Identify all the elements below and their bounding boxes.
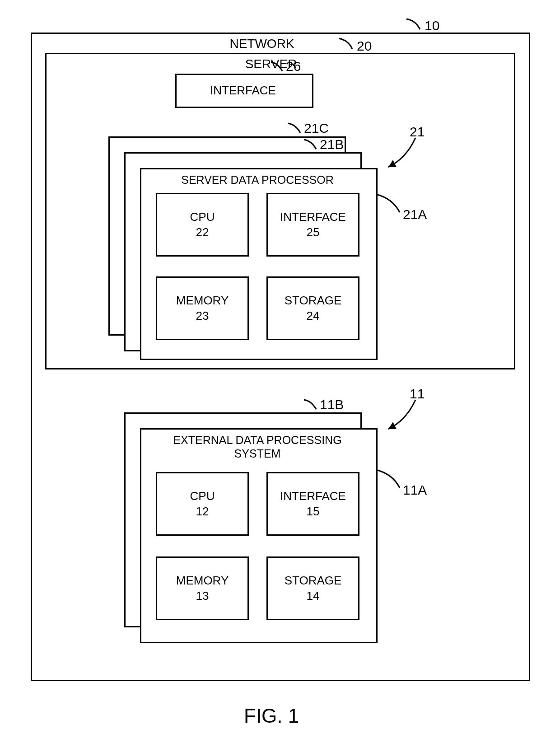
edp-cpu-ref: 12 — [196, 504, 209, 519]
sdp-memory-ref: 23 — [196, 309, 209, 324]
ref-21: 21 — [410, 124, 425, 140]
network-label: NETWORK — [217, 37, 307, 51]
leader-11a — [0, 0, 135, 68]
sdp-storage-label: STORAGE — [285, 293, 342, 309]
edp-memory-ref: 13 — [196, 589, 209, 604]
sdp-interface-ref: 25 — [307, 225, 320, 240]
ref-11: 11 — [410, 386, 425, 402]
edp-storage-ref: 14 — [307, 589, 320, 604]
edp-title2: SYSTEM — [140, 447, 375, 460]
ref-21b: 21B — [320, 137, 344, 152]
ref-21a: 21A — [403, 207, 427, 222]
edp-storage-box: STORAGE 14 — [266, 556, 359, 620]
figure-label: FIG. 1 — [244, 705, 299, 727]
edp-interface-label: INTERFACE — [280, 489, 346, 504]
ref-10: 10 — [425, 18, 439, 33]
sdp-memory-box: MEMORY 23 — [156, 276, 249, 340]
ref-11a: 11A — [403, 482, 427, 498]
sdp-interface-label: INTERFACE — [280, 210, 346, 225]
ref-21c: 21C — [304, 121, 329, 136]
edp-interface-ref: 15 — [307, 504, 320, 519]
sdp-cpu-ref: 22 — [196, 225, 209, 240]
ref-26: 26 — [286, 59, 301, 74]
ref-11b: 11B — [320, 397, 344, 412]
sdp-storage-box: STORAGE 24 — [266, 276, 359, 340]
sdp-interface-box: INTERFACE 25 — [266, 193, 359, 257]
sdp-storage-ref: 24 — [307, 309, 320, 324]
ref-20: 20 — [357, 38, 372, 54]
sdp-title: SERVER DATA PROCESSOR — [140, 173, 375, 187]
edp-cpu-box: CPU 12 — [156, 472, 249, 536]
edp-title1: EXTERNAL DATA PROCESSING — [140, 434, 375, 447]
edp-memory-label: MEMORY — [176, 573, 229, 589]
edp-cpu-label: CPU — [190, 489, 215, 504]
edp-storage-label: STORAGE — [285, 573, 342, 589]
edp-interface-box: INTERFACE 15 — [266, 472, 359, 536]
server-interface-label: INTERFACE — [175, 84, 311, 98]
sdp-cpu-box: CPU 22 — [156, 193, 249, 257]
edp-memory-box: MEMORY 13 — [156, 556, 249, 620]
sdp-memory-label: MEMORY — [176, 293, 229, 309]
sdp-cpu-label: CPU — [190, 210, 215, 225]
